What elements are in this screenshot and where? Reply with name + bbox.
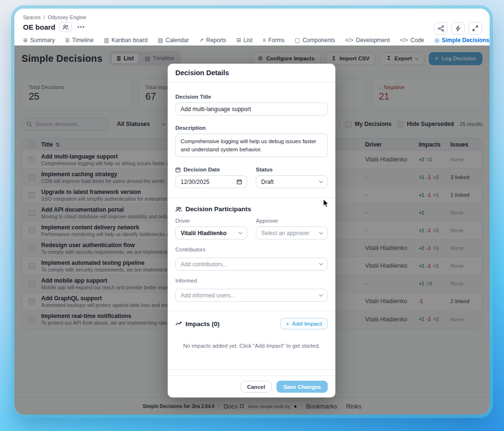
kanban-icon: ▥ — [103, 37, 109, 44]
mouse-cursor — [323, 199, 329, 208]
calendar-icon: ▤ — [158, 37, 163, 44]
target-icon: ◎ — [435, 37, 439, 44]
decision-title-label: Decision Title — [175, 94, 328, 100]
lines-icon: ≡ — [263, 37, 266, 44]
window-header: Spaces / Odyssey Engine OE board ••• ⊕Su… — [14, 9, 490, 45]
plus-icon: + — [286, 321, 289, 327]
board-more-menu[interactable]: ••• — [76, 24, 87, 31]
tab-label: Development — [356, 37, 390, 44]
chart-icon: ↗ — [199, 37, 204, 44]
decision-title-input[interactable]: Add multi-language support — [175, 102, 328, 115]
participants-section-header: Decision Participants — [175, 205, 328, 213]
chevron-down-icon — [319, 179, 323, 183]
chevron-down-icon — [239, 230, 242, 234]
chevron-down-icon — [319, 293, 323, 296]
description-label: Description — [175, 125, 328, 131]
breadcrumb-separator: / — [44, 14, 45, 20]
globe-icon: ⊕ — [23, 37, 28, 44]
impacts-empty-state: No impacts added yet. Click "Add Impact"… — [175, 343, 328, 349]
chevron-down-icon — [319, 261, 323, 265]
people-icon — [175, 206, 182, 212]
approver-label: Approver — [256, 218, 328, 224]
status-label: Status — [256, 167, 328, 172]
contributors-select[interactable]: Add contributors... — [175, 258, 328, 271]
tab-label: Summary — [30, 37, 55, 44]
informed-label: Informed — [175, 278, 328, 284]
tab-label: Forms — [268, 37, 285, 44]
impacts-section-header: Impacts (0) — [175, 320, 219, 328]
driver-select[interactable]: Vitalii Hladiienko — [175, 227, 247, 239]
modal-title: Decision Details — [168, 64, 335, 82]
box-icon: ▢ — [295, 37, 300, 44]
add-impact-button[interactable]: +Add Impact — [280, 318, 328, 329]
tab-label: Components — [302, 37, 335, 44]
trend-icon — [175, 321, 182, 326]
contributors-label: Contributors — [175, 247, 328, 252]
fullscreen-button[interactable] — [469, 22, 482, 34]
decision-date-label: Decision Date — [183, 167, 220, 172]
code-icon: </> — [400, 37, 408, 44]
chevron-down-icon — [319, 230, 323, 234]
code-icon: </> — [345, 37, 353, 44]
tab-label: List — [243, 37, 252, 44]
calendar-icon — [175, 167, 181, 172]
informed-select[interactable]: Add informed users... — [175, 289, 328, 302]
cancel-button[interactable]: Cancel — [241, 381, 272, 393]
tab-label: Calendar — [165, 37, 189, 44]
breadcrumb-space-name[interactable]: Odyssey Engine — [48, 14, 86, 20]
decision-date-input[interactable]: 12/30/2025 — [175, 175, 247, 188]
approver-select[interactable]: Select an approver — [256, 227, 328, 239]
tab-label: Timeline — [72, 37, 93, 44]
board-people-button[interactable] — [59, 22, 72, 32]
status-select[interactable]: Draft — [256, 175, 328, 188]
automation-button[interactable] — [451, 22, 465, 34]
expand-icon — [472, 25, 478, 31]
tab-label: Reports — [206, 37, 226, 44]
tab-label: Simple Decisions — [442, 37, 489, 44]
grid-icon: ⊞ — [236, 37, 241, 44]
breadcrumb: Spaces / Odyssey Engine — [23, 14, 481, 20]
share-icon — [438, 25, 444, 32]
timeline-icon: ≣ — [65, 37, 69, 44]
date-picker-icon[interactable] — [237, 179, 242, 184]
description-textarea[interactable]: Comprehensive logging will help us debug… — [175, 134, 328, 157]
driver-label: Driver — [175, 218, 247, 224]
tab-label: Code — [411, 37, 424, 44]
decision-details-modal: Decision Details Decision Title Add mult… — [168, 64, 335, 397]
breadcrumb-spaces[interactable]: Spaces — [23, 14, 41, 20]
people-icon — [62, 24, 69, 30]
tab-label: Kanban board — [112, 37, 148, 44]
zap-icon — [455, 25, 461, 32]
save-changes-button[interactable]: Save Changes — [276, 381, 328, 393]
page-title-board: OE board — [23, 23, 56, 31]
app-window: Spaces / Odyssey Engine OE board ••• ⊕Su… — [14, 9, 490, 415]
share-button[interactable] — [434, 22, 447, 34]
